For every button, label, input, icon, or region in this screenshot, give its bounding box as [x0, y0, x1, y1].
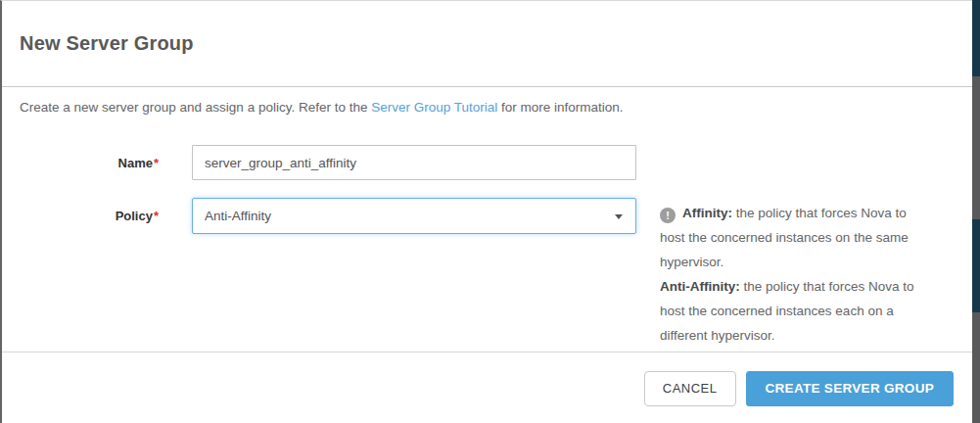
create-server-group-button[interactable]: CREATE SERVER GROUP — [746, 371, 954, 406]
exclamation-circle-icon — [660, 208, 676, 223]
policy-label-text: Policy — [116, 209, 153, 223]
name-label-text: Name — [118, 156, 153, 170]
modal-description: Create a new server group and assign a p… — [20, 100, 624, 115]
policy-help-text: Affinity: the policy that forces Nova to… — [660, 201, 930, 348]
server-group-tutorial-link[interactable]: Server Group Tutorial — [371, 100, 497, 115]
modal-header: New Server Group — [2, 1, 972, 87]
caret-down-icon — [615, 214, 623, 219]
name-input[interactable] — [192, 145, 636, 180]
modal-footer: CANCEL CREATE SERVER GROUP — [2, 352, 974, 423]
help-term: Affinity: — [682, 206, 732, 220]
modal-title: New Server Group — [20, 32, 194, 55]
background-accent — [972, 0, 980, 76]
policy-select-value: Anti-Affinity — [193, 199, 635, 233]
background-accent — [972, 219, 980, 312]
required-asterisk: * — [154, 156, 159, 170]
help-item-affinity: Affinity: the policy that forces Nova to… — [660, 201, 930, 274]
help-term: Anti-Affinity: — [660, 279, 740, 294]
name-label: Name* — [2, 156, 159, 170]
description-text-after: for more information. — [497, 100, 623, 115]
policy-select[interactable]: Anti-Affinity — [192, 198, 636, 234]
page-background-strip — [972, 0, 980, 423]
screen: New Server Group Create a new server gro… — [0, 0, 980, 423]
description-text-before: Create a new server group and assign a p… — [20, 100, 371, 115]
policy-label: Policy* — [2, 209, 159, 223]
cancel-button[interactable]: CANCEL — [644, 371, 736, 406]
new-server-group-modal: New Server Group Create a new server gro… — [0, 0, 972, 423]
required-asterisk: * — [154, 209, 159, 223]
help-item-anti-affinity: Anti-Affinity: the policy that forces No… — [660, 274, 930, 348]
